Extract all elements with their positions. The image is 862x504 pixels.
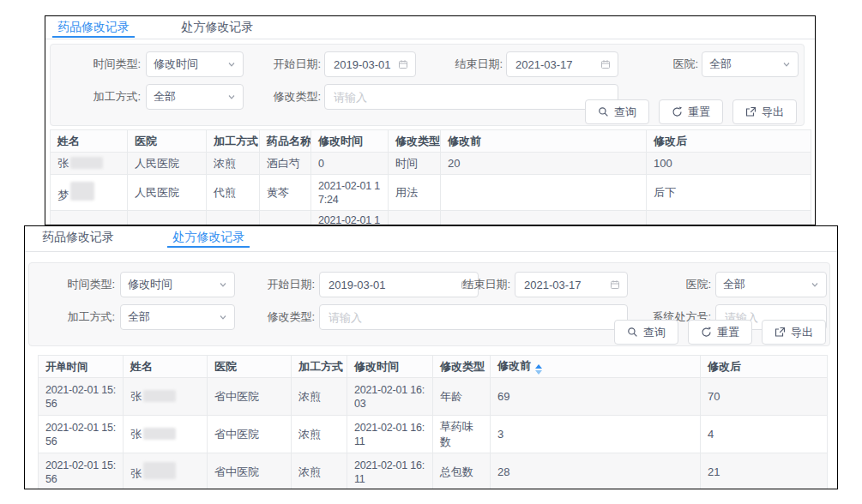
hospital-value: 全部 [723, 277, 811, 292]
time-type-label: 时间类型: [51, 51, 141, 77]
hospital-label: 医院: [658, 272, 711, 297]
export-button[interactable]: 导出 [732, 99, 797, 124]
end-date-input[interactable] [515, 272, 628, 297]
hospital-label: 医院: [648, 51, 698, 77]
cell-name: 梦 [51, 175, 128, 211]
cell-before [441, 211, 647, 226]
cell-before: 20 [441, 153, 647, 175]
table-row[interactable]: 2021-02-01 15:56 张 省中医院 浓煎 2021-02-01 16… [39, 453, 828, 490]
cell-before: 3 [491, 416, 701, 453]
cell-modify-time: 2021-02-01 16:5 [311, 211, 389, 226]
cell-modify-type: 年龄 [433, 378, 491, 416]
time-type-value: 修改时间 [128, 277, 219, 292]
col-process[interactable]: 加工方式 [292, 356, 347, 378]
col-order-time[interactable]: 开单时间 [39, 356, 124, 378]
col-process[interactable]: 加工方式 [207, 130, 260, 153]
col-modify-time[interactable]: 修改时间 [347, 356, 433, 378]
start-date-label: 开始日期: [244, 272, 315, 297]
process-mode-label: 加工方式: [29, 304, 115, 330]
tab-drug-records[interactable]: 药品修改记录 [37, 226, 119, 248]
cell-order-time: 2021-02-01 15:56 [39, 453, 124, 490]
col-after[interactable]: 修改后 [701, 356, 828, 378]
table-row[interactable]: 张 人民医院 浓煎 酒白芍 0 时间 20 100 [51, 153, 811, 175]
time-type-select[interactable]: 修改时间 [120, 272, 235, 297]
cell-after: 70 [701, 378, 828, 416]
table-row[interactable]: 2021-02-01 15:56 张 省中医院 浓煎 2021-02-01 16… [39, 378, 828, 416]
cell-modify-time: 2021-02-01 16:11 [347, 453, 433, 490]
col-modify-type[interactable]: 修改类型 [389, 130, 441, 153]
cell-modify-type: 总包数 [433, 453, 491, 490]
cell-modify-time: 2021-02-01 16:11 [347, 416, 433, 453]
export-button[interactable]: 导出 [762, 320, 826, 345]
cell-modify-type [389, 211, 441, 226]
query-button[interactable]: 查询 [614, 320, 678, 345]
tab-bar: 药品修改记录 处方修改记录 [25, 226, 837, 252]
cell-drug-name: 黄芩 [260, 175, 311, 211]
chevron-down-icon [782, 60, 791, 69]
table-row[interactable]: 2021-02-01 15:56 张 省中医院 浓煎 2021-02-01 16… [39, 416, 828, 453]
cell-before: 28 [491, 453, 701, 490]
page: 药品修改记录 处方修改记录 时间类型: 修改时间 开始日期: 结束日期: 医院:… [0, 0, 862, 504]
filter-box: 时间类型: 修改时间 开始日期: 结束日期: 医院: 全部 加工方式: [50, 44, 805, 126]
time-type-select[interactable]: 修改时间 [146, 51, 244, 77]
query-button[interactable]: 查询 [585, 99, 649, 124]
hospital-select[interactable]: 全部 [715, 272, 827, 297]
drug-records-table: 姓名 医院 加工方式 药品名称 修改时间 修改类型 修改前 修改后 张 人民医院… [50, 129, 811, 225]
cell-hospital: 人民医院 [128, 153, 207, 175]
process-mode-select[interactable]: 全部 [120, 304, 235, 330]
cell-before [441, 175, 647, 211]
start-date-value[interactable] [332, 57, 398, 72]
col-drug-name[interactable]: 药品名称 [260, 130, 311, 153]
col-modify-type[interactable]: 修改类型 [433, 356, 491, 378]
col-hospital[interactable]: 医院 [208, 356, 292, 378]
calendar-icon [398, 59, 408, 69]
col-name[interactable]: 姓名 [124, 356, 208, 378]
chevron-down-icon [219, 313, 227, 321]
prescription-records-table: 开单时间 姓名 医院 加工方式 修改时间 修改类型 修改前 修改后 2021-0… [38, 355, 828, 489]
reset-button[interactable]: 重置 [688, 320, 752, 345]
modify-type-input[interactable] [324, 84, 618, 110]
sort-icon[interactable] [535, 364, 542, 375]
tab-prescription-records[interactable]: 处方修改记录 [167, 226, 250, 248]
export-icon [775, 327, 786, 338]
col-hospital[interactable]: 医院 [128, 130, 207, 153]
modify-type-field[interactable] [327, 310, 620, 325]
end-date-value[interactable] [522, 278, 610, 292]
cell-process: 浓煎 [292, 416, 347, 453]
process-mode-label: 加工方式: [51, 84, 141, 110]
modify-type-field[interactable] [332, 90, 611, 105]
export-button-label: 导出 [791, 325, 813, 340]
end-date-label: 结束日期: [439, 272, 510, 297]
cell-after [647, 211, 811, 226]
end-date-input[interactable] [506, 51, 618, 77]
action-buttons: 查询 重置 导出 [585, 99, 797, 124]
cell-modify-type: 时间 [389, 153, 441, 175]
col-modify-time[interactable]: 修改时间 [311, 130, 389, 153]
col-after[interactable]: 修改后 [647, 130, 811, 153]
export-button-label: 导出 [762, 105, 784, 120]
hospital-select[interactable]: 全部 [702, 51, 799, 77]
cell-hospital: 人民医院 [128, 175, 207, 211]
chevron-down-icon [811, 280, 819, 289]
start-date-input[interactable] [324, 51, 416, 77]
modify-type-input[interactable] [319, 304, 628, 330]
refresh-icon [672, 106, 683, 117]
filter-box: 时间类型: 修改时间 开始日期: 结束日期: 医院: 全部 加工方式: [28, 262, 830, 346]
table-row[interactable]: 2021-02-01 16:5 [51, 211, 811, 226]
tab-prescription-records[interactable]: 处方修改记录 [176, 16, 258, 38]
reset-button[interactable]: 重置 [659, 99, 723, 124]
tab-drug-records[interactable]: 药品修改记录 [52, 16, 135, 38]
drug-records-panel: 药品修改记录 处方修改记录 时间类型: 修改时间 开始日期: 结束日期: 医院:… [45, 15, 816, 225]
table-row[interactable]: 梦 人民医院 代煎 黄芩 2021-02-01 17:24 用法 后下 [51, 175, 811, 211]
process-mode-select[interactable]: 全部 [146, 84, 244, 110]
cell-hospital: 省中医院 [208, 378, 292, 416]
col-before[interactable]: 修改前 [441, 130, 647, 153]
col-before-sortable[interactable]: 修改前 [491, 356, 701, 378]
time-type-label: 时间类型: [29, 272, 115, 297]
chevron-down-icon [227, 93, 236, 101]
col-name[interactable]: 姓名 [51, 130, 128, 153]
cell-after: 4 [701, 416, 828, 453]
cell-process [207, 211, 260, 226]
end-date-value[interactable] [514, 57, 600, 72]
modify-type-label: 修改类型: [256, 84, 321, 110]
